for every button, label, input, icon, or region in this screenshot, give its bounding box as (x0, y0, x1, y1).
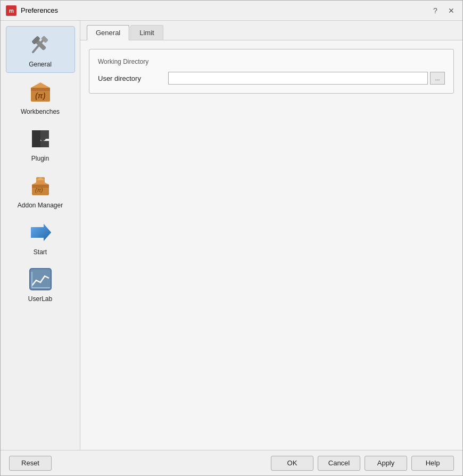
section-title: Working Directory (98, 58, 445, 65)
svg-text:(π): (π) (35, 187, 43, 193)
sidebar-item-start[interactable]: Start (6, 214, 75, 260)
workbenches-icon: (π) (27, 78, 54, 106)
app-icon: m (6, 5, 16, 16)
working-directory-section: Working Directory User directory ... (89, 49, 454, 94)
sidebar-item-workbenches[interactable]: (π) Workbenches (6, 74, 75, 120)
sidebar-item-label-workbenches: Workbenches (21, 108, 60, 115)
ok-button[interactable]: OK (271, 456, 313, 471)
user-directory-input-wrap: ... (168, 72, 445, 85)
addon-manager-icon: (π) (27, 172, 54, 199)
svg-rect-8 (31, 88, 50, 91)
content-area: General Limit Working Directory User dir… (80, 21, 462, 450)
sidebar-item-label-general: General (29, 61, 52, 68)
userlab-icon (27, 265, 54, 293)
browse-button[interactable]: ... (430, 72, 445, 85)
preferences-window: m Preferences ? ✕ (0, 0, 463, 476)
close-button[interactable]: ✕ (445, 5, 457, 16)
tab-content: Working Directory User directory ... (80, 40, 462, 450)
titlebar: m Preferences ? ✕ (1, 1, 462, 21)
svg-rect-18 (30, 269, 51, 290)
titlebar-buttons: ? ✕ (429, 5, 457, 16)
sidebar-item-label-userlab: UserLab (28, 295, 52, 303)
plugin-icon (27, 125, 54, 153)
sidebar: General (π) Workbenches (1, 21, 80, 450)
help-button[interactable]: ? (429, 5, 441, 16)
main-content: General (π) Workbenches (1, 21, 462, 450)
bottom-left: Reset (9, 456, 271, 471)
svg-text:(π): (π) (35, 91, 46, 100)
apply-button[interactable]: Apply (365, 456, 407, 471)
bottom-right: OK Cancel Apply Help (271, 456, 454, 471)
tabs: General Limit (80, 21, 462, 40)
svg-marker-7 (31, 82, 50, 88)
svg-text:m: m (9, 8, 14, 14)
sidebar-item-plugin[interactable]: Plugin (6, 121, 75, 166)
reset-button[interactable]: Reset (9, 456, 52, 471)
sidebar-item-label-addon-manager: Addon Manager (18, 202, 63, 209)
sidebar-item-label-plugin: Plugin (31, 155, 49, 162)
help-dialog-button[interactable]: Help (411, 456, 454, 471)
cancel-button[interactable]: Cancel (318, 456, 360, 471)
user-directory-label: User directory (98, 74, 162, 82)
bottom-bar: Reset OK Cancel Apply Help (1, 450, 462, 475)
sidebar-item-general[interactable]: General (6, 26, 75, 73)
start-icon (27, 219, 54, 246)
window-title: Preferences (21, 6, 429, 14)
svg-marker-17 (31, 224, 51, 241)
user-directory-row: User directory ... (98, 72, 445, 85)
tab-general[interactable]: General (87, 25, 129, 40)
user-directory-input[interactable] (168, 72, 428, 85)
tab-limit[interactable]: Limit (130, 25, 163, 40)
sidebar-item-userlab[interactable]: UserLab (6, 261, 75, 307)
sidebar-item-label-start: Start (34, 248, 47, 256)
sidebar-item-addon-manager[interactable]: (π) Addon Manager (6, 168, 75, 213)
general-icon (27, 31, 54, 59)
